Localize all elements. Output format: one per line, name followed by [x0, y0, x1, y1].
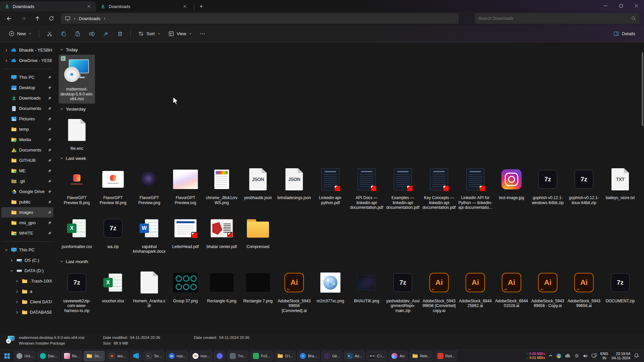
tray-overflow-chevron-icon[interactable]: [548, 354, 553, 358]
file-tile[interactable]: 7zyashvidotdev_AssignmentRepo-main.zip: [385, 266, 421, 315]
file-tile[interactable]: FlavorGPT Preview.png: [131, 163, 167, 207]
taskbar-item-niss[interactable]: Nniss...: [190, 351, 212, 361]
file-tile[interactable]: Homem_Aranha.cdr: [131, 266, 167, 310]
taskbar-item-dav[interactable]: Dav...: [37, 351, 60, 361]
taskbar-item-tro[interactable]: Tro...: [227, 351, 249, 361]
file-tile[interactable]: 7zgophish-v0.12.1-windows-64bit.zip: [530, 163, 566, 207]
file-tile[interactable]: FlavorGPT Preview B.png: [59, 163, 95, 207]
browser-tray-icon[interactable]: [556, 353, 561, 359]
taskbar-item-unt[interactable]: Unt...: [14, 351, 36, 361]
sidebar-item-temp[interactable]: temp: [1, 124, 53, 134]
chevron-right-icon[interactable]: [4, 59, 9, 62]
group-collapse-chevron-icon[interactable]: [60, 259, 63, 264]
group-header-last-week[interactable]: Last week: [60, 156, 644, 161]
file-tile[interactable]: Wvajubhai krishanapark.docx: [131, 212, 167, 256]
details-button[interactable]: Details: [610, 28, 639, 40]
start-button[interactable]: [2, 351, 12, 361]
file-tile[interactable]: TXTbaileys_store.txt: [602, 163, 638, 202]
sidebar-item-os-c-[interactable]: OS (C:): [1, 255, 53, 265]
sidebar-item-github[interactable]: GITHUB: [1, 155, 53, 166]
sidebar-item-me[interactable]: ME: [1, 166, 53, 176]
chevron-right-icon[interactable]: [15, 300, 19, 304]
sidebar-item-bhautik-yesbh[interactable]: Bhautik - YESBH: [1, 45, 53, 55]
taskbar-item-ra[interactable]: Ra...: [61, 351, 82, 361]
group-collapse-chevron-icon[interactable]: [60, 156, 63, 161]
file-tile[interactable]: 7zsavewweb2zip-com-www-harness-io.zip: [59, 266, 95, 315]
file-tile[interactable]: AiAIAdobeStock_684425862.ai: [457, 266, 493, 310]
file-tile[interactable]: BHAUTIK.png: [348, 266, 385, 306]
up-button[interactable]: [31, 13, 44, 24]
file-tile[interactable]: AiAIAdobeStock_594399656 [Converted].ai: [276, 266, 312, 315]
cloud-tray-icon[interactable]: [565, 354, 571, 358]
paste-button[interactable]: [71, 28, 84, 40]
file-tile[interactable]: Rectangle 7.png: [240, 266, 276, 306]
group-collapse-chevron-icon[interactable]: [60, 107, 63, 112]
notification-bell-icon[interactable]: z: [634, 353, 639, 359]
file-tile[interactable]: AiAIAdobeStock_684401528.ai: [493, 266, 530, 310]
address-bar[interactable]: Downloads: [61, 13, 459, 24]
taskbar-item-des[interactable]: des...: [106, 351, 128, 361]
file-tile[interactable]: FlavorGPT Preview.svg: [167, 163, 204, 207]
file-tile[interactable]: 7zDOCUMENT.zip: [602, 266, 638, 306]
search-input[interactable]: [478, 16, 631, 21]
brightness-tray-icon[interactable]: [574, 353, 579, 358]
sidebar-item-database[interactable]: DATABASE: [1, 307, 53, 317]
file-tile[interactable]: Rectangle 6.png: [204, 266, 240, 306]
file-tile[interactable]: JSONbrindadesings.json: [276, 163, 312, 202]
chevron-down-icon[interactable]: [4, 248, 9, 252]
cut-button[interactable]: [43, 28, 56, 40]
sidebar-item-desktop[interactable]: Desktop: [1, 82, 53, 93]
rename-button[interactable]: [86, 28, 98, 40]
clock[interactable]: 23:19:54 04-11-2024: [612, 352, 630, 360]
taskbar-item[interactable]: [214, 351, 225, 361]
selection-checkbox[interactable]: ✓: [61, 56, 66, 61]
sidebar-item-documents[interactable]: Documents: [1, 145, 53, 155]
sidebar-item-this-pc[interactable]: This PC: [1, 72, 53, 82]
sidebar-item--trash-1000[interactable]: .Trash-1000: [1, 276, 53, 286]
taskbar-item-c[interactable]: C:\C:\...: [366, 351, 387, 361]
sidebar-item-downloads[interactable]: Downloads: [1, 93, 53, 103]
copy-button[interactable]: [57, 28, 70, 40]
taskbar-item-arc[interactable]: Arc: [389, 351, 408, 361]
cast-tray-icon[interactable]: [591, 353, 597, 358]
file-tile[interactable]: file.enc: [59, 114, 95, 153]
sidebar-item-a[interactable]: a: [1, 286, 53, 297]
sidebar-item-white[interactable]: WHITE: [1, 228, 53, 238]
more-options-button[interactable]: [197, 28, 209, 40]
file-tile[interactable]: Xjsonformatter.csv: [59, 212, 95, 251]
file-tile[interactable]: FlavorGPT Preview W.png: [95, 163, 131, 207]
volume-tray-icon[interactable]: [583, 354, 588, 358]
file-tile[interactable]: test-image.jpg: [493, 163, 530, 202]
language-indicator[interactable]: ENG IN: [600, 352, 608, 360]
file-tile[interactable]: Linkedin-api-python.pdf: [312, 163, 348, 207]
sidebar-item-msi-gpo[interactable]: msi_gpo: [1, 218, 53, 228]
group-header-last-month[interactable]: Last month: [60, 259, 644, 264]
sidebar-item-client-data[interactable]: Client DATA: [1, 297, 53, 307]
view-button[interactable]: View: [165, 28, 195, 40]
taskbar-item-mat[interactable]: mmat...: [166, 351, 188, 361]
file-tile[interactable]: 7zgophish-v0.12.1-linux-64bit.zip: [566, 163, 602, 207]
tab-close-icon[interactable]: [85, 3, 93, 10]
sidebar-item-google-drive[interactable]: Google Drive: [1, 186, 53, 197]
delete-button[interactable]: [114, 28, 126, 40]
sort-button[interactable]: Sort: [135, 28, 164, 40]
sidebar-item-pictures[interactable]: Pictures: [1, 114, 53, 124]
close-button[interactable]: [629, 0, 644, 11]
file-tile[interactable]: ✓mattermost-desktop-5.9.0-win-x64.msi: [59, 55, 95, 104]
network-speed-widget[interactable]: ↑: 0.00 MB/s ↓: 0.01 MB/s: [526, 352, 545, 360]
tab-close-icon[interactable]: [181, 3, 189, 10]
file-tile[interactable]: Key Concepts — linkedin-api documentatio…: [421, 163, 457, 212]
back-button[interactable]: [3, 13, 15, 24]
taskbar-item-ad[interactable]: >_Ad...: [344, 351, 365, 361]
forward-button[interactable]: [17, 13, 30, 24]
sidebar-item--git[interactable]: .git: [1, 176, 53, 186]
chevron-right-icon[interactable]: [4, 49, 9, 52]
group-collapse-chevron-icon[interactable]: [60, 47, 63, 52]
new-tab-button[interactable]: +: [196, 2, 206, 11]
taskbar-item-red[interactable]: Red...: [435, 351, 458, 361]
file-tile[interactable]: Compressed: [240, 212, 276, 251]
sidebar-item-data-d-[interactable]: DATA (D:): [1, 265, 53, 276]
file-tile[interactable]: AiAIAdobeStock_594399656 [Converted] cop…: [421, 266, 457, 315]
sidebar-item-media[interactable]: Media: [1, 134, 53, 145]
taskbar-item-do[interactable]: Do...: [84, 351, 105, 361]
